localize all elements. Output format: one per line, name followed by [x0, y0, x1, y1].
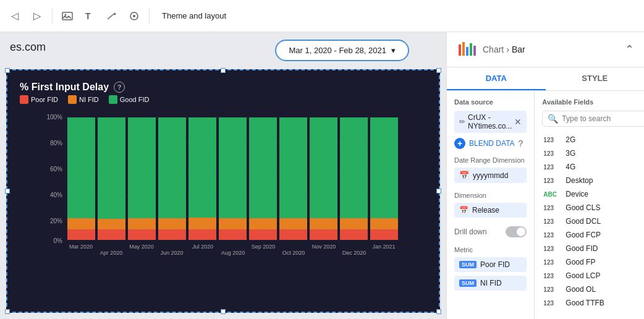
field-item-desktop[interactable]: 123 Desktop: [542, 174, 644, 187]
close-icon[interactable]: ✕: [514, 117, 522, 127]
svg-text:T: T: [85, 11, 91, 21]
image-icon: [62, 11, 73, 22]
bar-ni-10: [370, 218, 398, 229]
bar-good-6: [249, 117, 277, 218]
bar-ni-6: [249, 218, 277, 229]
bar-good-10: [370, 117, 398, 218]
drill-down-toggle[interactable]: [506, 226, 527, 237]
metric-poor-fid-label: Poor FID: [480, 260, 510, 269]
field-item-good-lcp[interactable]: 123 Good LCP: [542, 269, 644, 283]
toolbar: ◁ ▷ T Theme and layout: [0, 0, 644, 32]
panel-right-col: Available Fields 🔍 123 2G 123 3G 123 4G: [535, 91, 644, 319]
field-item-good-ttfb[interactable]: 123 Good TTFB: [542, 296, 644, 310]
field-item-good-dcl[interactable]: 123 Good DCL: [542, 215, 644, 228]
field-label-good-cls: Good CLS: [566, 203, 600, 212]
forward-btn[interactable]: ▷: [27, 6, 47, 26]
text-icon-btn[interactable]: T: [80, 6, 100, 26]
field-item-good-fp[interactable]: 123 Good FP: [542, 255, 644, 269]
svg-text:May 2020: May 2020: [129, 244, 154, 250]
date-range-dimension-chip[interactable]: 📅 yyyymmdd: [454, 168, 527, 183]
field-item-good-cls[interactable]: 123 Good CLS: [542, 201, 644, 215]
field-item-2g[interactable]: 123 2G: [542, 133, 644, 147]
metric-chip-ni-fid[interactable]: SUM NI FID: [454, 276, 527, 291]
search-icon: 🔍: [548, 114, 558, 124]
bar-ni-5: [219, 218, 247, 229]
field-item-3g[interactable]: 123 3G: [542, 147, 644, 160]
chart-title: % First Input Delay: [20, 82, 109, 93]
chart-inner: % First Input Delay ? Poor FID NI FID: [7, 70, 439, 312]
svg-rect-33: [470, 43, 472, 56]
field-label-2g: 2G: [566, 135, 575, 144]
field-item-good-fcp[interactable]: 123 Good FCP: [542, 228, 644, 242]
blend-data-row[interactable]: + BLEND DATA ?: [454, 138, 527, 149]
toggle-knob: [517, 228, 525, 236]
shape-icon: [129, 11, 140, 22]
right-panel: Chart › Bar ⌃ DATA STYLE Data source ✏ C…: [446, 32, 644, 319]
legend-poor-fid-dot: [20, 95, 28, 104]
field-item-device[interactable]: ABC Device: [542, 187, 644, 201]
svg-text:Aug 2020: Aug 2020: [221, 250, 245, 256]
canvas-area: es.com Mar 1, 2020 - Feb 28, 2021 ▾ % Fi…: [0, 32, 446, 319]
bar-good-1: [98, 117, 125, 219]
type-badge-good-cls: 123: [543, 205, 561, 211]
image-icon-btn[interactable]: [57, 6, 77, 26]
date-range-label: Mar 1, 2020 - Feb 28, 2021: [289, 46, 386, 55]
panel-expand-btn[interactable]: ⌃: [625, 43, 634, 56]
datasource-row: ✏ CrUX - NYtimes.co... ✕: [454, 111, 527, 133]
type-badge-good-dcl: 123: [543, 218, 561, 225]
help-icon[interactable]: ?: [114, 82, 125, 93]
bar-good-7: [279, 117, 307, 218]
legend-ni-fid-dot: [68, 95, 77, 104]
panel-header-left: Chart › Bar: [457, 40, 525, 59]
type-badge-good-ol: 123: [543, 286, 561, 293]
blend-help-icon: ?: [519, 138, 523, 148]
svg-text:Jan 2021: Jan 2021: [372, 244, 395, 250]
drill-down-label: Drill down: [454, 228, 487, 236]
type-badge-3g: 123: [543, 150, 561, 157]
sum-badge-poor: SUM: [459, 261, 477, 268]
chart-title-row: % First Input Delay ?: [14, 77, 433, 95]
line-icon-btn[interactable]: [102, 6, 122, 26]
type-badge-good-fcp: 123: [543, 232, 561, 239]
dimension-value: Release: [472, 206, 499, 215]
panel-tabs: DATA STYLE: [447, 67, 644, 91]
svg-text:Nov 2020: Nov 2020: [312, 244, 336, 250]
panel-breadcrumb: Chart › Bar: [483, 45, 525, 54]
shape-icon-btn[interactable]: [124, 6, 144, 26]
back-btn[interactable]: ◁: [5, 6, 25, 26]
field-label-good-fid: Good FID: [566, 244, 598, 253]
bar-poor-10: [370, 229, 398, 240]
type-badge-good-lcp: 123: [543, 273, 561, 279]
bar-poor-6: [249, 229, 277, 240]
bar-ni-7: [279, 218, 307, 229]
search-input[interactable]: [562, 114, 644, 123]
field-label-desktop: Desktop: [566, 176, 593, 185]
field-item-good-fid[interactable]: 123 Good FID: [542, 242, 644, 255]
legend-good-fid-label: Good FID: [120, 96, 150, 103]
svg-rect-31: [462, 42, 465, 56]
metric-chip-poor-fid[interactable]: SUM Poor FID: [454, 257, 527, 272]
field-label-4g: 4G: [566, 163, 575, 171]
bar-ni-8: [310, 218, 337, 229]
type-badge-4g: 123: [543, 164, 561, 171]
bar-ni-1: [98, 219, 125, 229]
pencil-icon: ✏: [459, 117, 465, 126]
field-label-good-ttfb: Good TTFB: [566, 299, 604, 307]
bar-good-4: [189, 117, 216, 218]
blend-data-label: BLEND DATA: [469, 139, 515, 148]
theme-layout-btn[interactable]: Theme and layout: [155, 7, 234, 24]
theme-layout-label: Theme and layout: [162, 11, 226, 20]
tab-style[interactable]: STYLE: [546, 67, 645, 90]
field-item-4g[interactable]: 123 4G: [542, 160, 644, 174]
chart-type-icon: [457, 40, 477, 59]
chart-container[interactable]: % First Input Delay ? Poor FID NI FID: [6, 69, 440, 313]
svg-text:Jun 2020: Jun 2020: [160, 250, 183, 256]
svg-rect-34: [473, 46, 476, 56]
legend-poor-fid-label: Poor FID: [31, 96, 58, 103]
field-item-good-ol[interactable]: 123 Good OL: [542, 283, 644, 296]
bar-poor-4: [189, 229, 216, 240]
dimension-chip[interactable]: 📅 Release: [454, 203, 527, 218]
dropdown-icon: ▾: [391, 46, 396, 55]
tab-data[interactable]: DATA: [447, 67, 546, 90]
date-range-button[interactable]: Mar 1, 2020 - Feb 28, 2021 ▾: [275, 40, 409, 61]
